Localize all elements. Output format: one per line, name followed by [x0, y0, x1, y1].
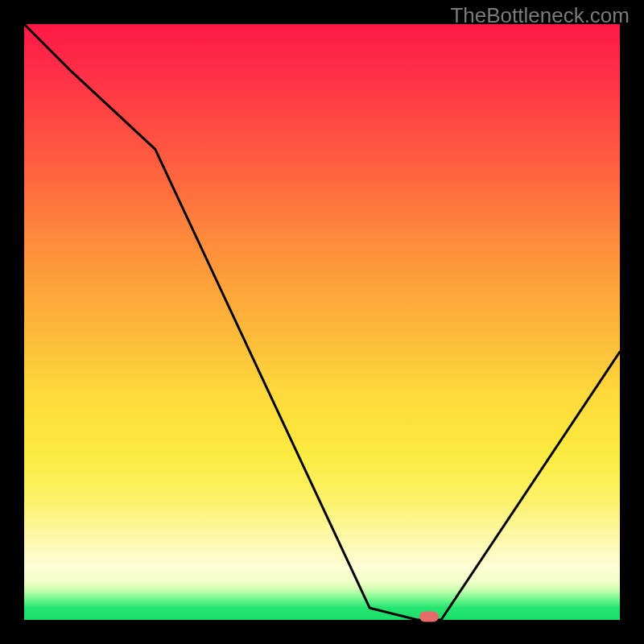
- chart-root: TheBottleneck.com: [0, 0, 644, 644]
- bottleneck-curve: [24, 24, 620, 620]
- optimal-marker: [419, 612, 439, 622]
- watermark-text: TheBottleneck.com: [450, 3, 630, 28]
- curve-layer: [24, 24, 620, 620]
- plot-area: [24, 24, 620, 620]
